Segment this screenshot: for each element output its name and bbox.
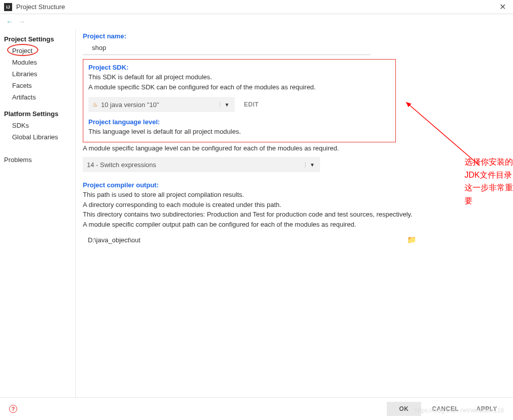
compiler-output-label: Project compiler output: [83, 181, 504, 189]
sdk-selector-row: ♨ 10 java version "10" ▼ EDIT [88, 97, 390, 112]
sidebar-item-label: Libraries [12, 70, 37, 78]
sidebar: Project Settings Project Modules Librari… [0, 29, 76, 397]
window-title: Project Structure [16, 3, 496, 11]
project-name-label: Project name: [83, 32, 504, 40]
app-icon: IJ [4, 3, 12, 11]
compiler-output-row: D:\java_object\out 📁 [83, 232, 419, 247]
sidebar-item-label: Global Libraries [12, 133, 58, 141]
sidebar-item-label: Artifacts [12, 93, 36, 101]
sidebar-item-artifacts[interactable]: Artifacts [0, 91, 75, 103]
compiler-output-path[interactable]: D:\java_object\out [88, 236, 407, 244]
sdk-description: This SDK is default for all project modu… [88, 72, 390, 82]
language-level-description: This language level is default for all p… [88, 127, 390, 137]
java-icon: ♨ [92, 101, 98, 108]
chevron-down-icon: ▼ [220, 102, 231, 108]
sdk-combobox[interactable]: ♨ 10 java version "10" ▼ [88, 97, 235, 112]
project-name-section: Project name: shop [83, 32, 504, 55]
annotation-line: 选择你安装的JDK文件目录 [465, 155, 513, 181]
annotation-line: 这一步非常重要 [465, 181, 513, 207]
sidebar-item-sdks[interactable]: SDKs [0, 120, 75, 131]
project-name-input[interactable]: shop [83, 41, 371, 55]
sdk-value: 10 java version "10" [101, 101, 217, 109]
ok-button[interactable]: OK [387, 402, 421, 416]
sidebar-item-label: SDKs [12, 122, 29, 129]
compiler-description: A module specific compiler output path c… [83, 220, 504, 230]
sidebar-item-facets[interactable]: Facets [0, 80, 75, 91]
sidebar-item-project[interactable]: Project [0, 45, 75, 57]
main-layout: Project Settings Project Modules Librari… [0, 29, 513, 397]
sidebar-item-label: Facets [12, 82, 32, 89]
folder-browse-icon[interactable]: 📁 [407, 235, 417, 244]
chevron-down-icon: ▼ [305, 162, 316, 168]
language-level-value: 14 - Switch expressions [87, 161, 302, 169]
sidebar-heading-project-settings: Project Settings [0, 32, 75, 45]
nav-back-icon[interactable]: ← [6, 18, 13, 26]
compiler-output-section: Project compiler output: This path is us… [83, 181, 504, 247]
compiler-description: A directory corresponding to each module… [83, 200, 504, 210]
language-level-combobox[interactable]: 14 - Switch expressions ▼ [83, 157, 320, 172]
sidebar-item-global-libraries[interactable]: Global Libraries [0, 131, 75, 143]
close-icon[interactable]: ✕ [496, 2, 509, 12]
compiler-description: This directory contains two subdirectori… [83, 209, 504, 220]
nav-toolbar: ← → [0, 14, 513, 29]
titlebar: IJ Project Structure ✕ [0, 0, 513, 14]
project-sdk-label: Project SDK: [88, 64, 390, 71]
annotation-text: 选择你安装的JDK文件目录 这一步非常重要 [465, 155, 513, 207]
sidebar-item-modules[interactable]: Modules [0, 57, 75, 68]
bottom-bar: ? OK CANCEL APPLY [0, 397, 513, 420]
sdk-description: A module specific SDK can be configured … [88, 82, 390, 92]
sidebar-item-label: Problems [4, 156, 32, 164]
edit-sdk-link[interactable]: EDIT [244, 101, 259, 108]
cancel-button[interactable]: CANCEL [428, 402, 463, 416]
sidebar-item-label: Modules [12, 59, 37, 66]
nav-forward-icon[interactable]: → [18, 18, 25, 26]
annotation-red-box: Project SDK: This SDK is default for all… [83, 59, 396, 142]
language-level-description: A module specific language level can be … [83, 143, 504, 153]
language-level-label: Project language level: [88, 118, 390, 126]
sidebar-item-libraries[interactable]: Libraries [0, 68, 75, 80]
content-panel: Project name: shop Project SDK: This SDK… [76, 29, 513, 397]
help-icon[interactable]: ? [9, 405, 17, 413]
sidebar-item-problems[interactable]: Problems [0, 154, 75, 166]
sidebar-item-label: Project [12, 47, 32, 55]
sidebar-heading-platform-settings: Platform Settings [0, 107, 75, 120]
compiler-description: This path is used to store all project c… [83, 190, 504, 200]
apply-button[interactable]: APPLY [470, 402, 504, 416]
